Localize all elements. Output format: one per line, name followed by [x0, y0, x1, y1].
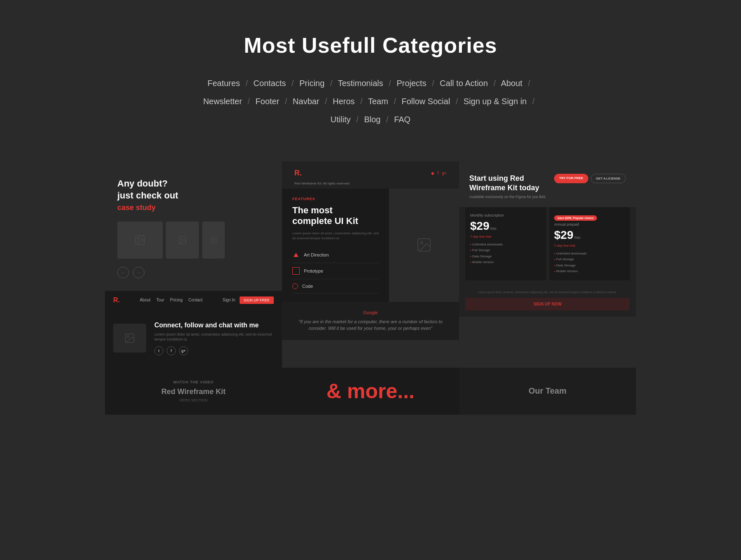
- feature-item-prototype[interactable]: Prototype: [292, 263, 379, 279]
- separator: /: [247, 97, 250, 106]
- thumbnail-tiny: [202, 222, 225, 259]
- separator: /: [291, 79, 294, 88]
- feature-mobile-a: Mobile Version: [554, 268, 625, 274]
- doubt-text: Any doubt? just check out case study: [117, 178, 270, 213]
- more-section: & more...: [282, 368, 459, 415]
- feature-label-proto: Prototype: [304, 268, 323, 273]
- separator: /: [245, 79, 248, 88]
- category-heros[interactable]: Heros: [333, 97, 354, 106]
- category-pricing[interactable]: Pricing: [299, 79, 324, 88]
- social-icon-tw[interactable]: ◆: [431, 171, 434, 175]
- twitter-btn[interactable]: t: [154, 346, 163, 355]
- features-tagline: Red Wireframe Kit. All rights reserved.: [282, 182, 459, 189]
- category-faq[interactable]: FAQ: [394, 115, 410, 124]
- separator: /: [386, 115, 389, 124]
- page-title: Most Usefull Categories: [8, 33, 733, 58]
- pricing-amount-monthly: $29 /mo: [470, 219, 541, 233]
- arrow-buttons: ← →: [117, 267, 270, 278]
- separator: /: [330, 79, 333, 88]
- separator: /: [325, 97, 327, 106]
- category-contacts[interactable]: Contacts: [254, 79, 286, 88]
- features-desc: Lorem ipsum dolor sit amet, consectetur …: [292, 231, 379, 241]
- category-about[interactable]: About: [501, 79, 522, 88]
- separator: /: [389, 79, 391, 88]
- thumbnail-large: [117, 222, 163, 259]
- cta-title: Start using Red Wireframe Kit today: [469, 174, 546, 193]
- category-navbar[interactable]: Navbar: [293, 97, 319, 106]
- nav-link-pricing[interactable]: Pricing: [170, 298, 183, 302]
- feature-data-a: Data Storage: [554, 263, 625, 268]
- feature-storage-m: Full Storage: [470, 247, 541, 253]
- navbar-preview: R. About Tour Pricing Contact Sign In SI…: [105, 292, 282, 309]
- svg-point-3: [180, 238, 182, 239]
- thumbnail-grid: [117, 222, 270, 259]
- feature-item-code[interactable]: Code: [292, 279, 379, 294]
- circle-icon: [292, 283, 298, 289]
- feature-downloads-a: Unlimited downloads: [554, 251, 625, 257]
- watch-video-label: WATCH THE VIDEO: [173, 380, 214, 384]
- feature-mobile-m: Mobile Version: [470, 259, 541, 265]
- feature-downloads-m: Unlimited downloads: [470, 242, 541, 247]
- featured-badge: Save $258. Popular choice: [554, 215, 597, 221]
- pricing-buttons: TRY FOR FREE GET A LICENSE: [554, 174, 626, 183]
- category-signup-signin[interactable]: Sign up & Sign in: [464, 97, 527, 106]
- facebook-btn[interactable]: f: [167, 346, 176, 355]
- card-right: Start using Red Wireframe Kit today Avai…: [459, 161, 636, 317]
- team-title: Our Team: [529, 386, 566, 396]
- pricing-card-annual: Save $258. Popular choice Annual prepaid…: [549, 207, 630, 281]
- features-list: FEATURES The most complete UI Kit Lorem …: [282, 189, 389, 302]
- pricing-trial-monthly: 7-day free trial: [470, 235, 541, 238]
- googleplus-btn[interactable]: g+: [179, 346, 188, 355]
- feature-data-m: Data Storage: [470, 254, 541, 259]
- separator: /: [432, 79, 434, 88]
- pricing-card-monthly: Monthly subscription $29 /mo 7-day free …: [465, 207, 546, 281]
- features-image: [389, 189, 459, 302]
- testimonial-source: Google: [294, 310, 447, 315]
- card-left-top: Any doubt? just check out case study: [105, 161, 282, 291]
- social-icon-fb[interactable]: f: [438, 171, 439, 175]
- svg-point-5: [212, 238, 213, 239]
- pricing-header: Start using Red Wireframe Kit today Avai…: [459, 161, 636, 207]
- try-free-btn[interactable]: TRY FOR FREE: [554, 174, 588, 183]
- categories-list: Features / Contacts / Pricing / Testimon…: [165, 74, 576, 128]
- case-study-link[interactable]: case study: [117, 203, 156, 212]
- pricing-title-block: Start using Red Wireframe Kit today Avai…: [469, 174, 546, 199]
- nav-link-contact[interactable]: Contact: [189, 298, 203, 302]
- get-license-btn[interactable]: GET A LICENSE: [591, 174, 626, 183]
- pricing-features-annual: Unlimited downloads Full Storage Data St…: [554, 251, 625, 275]
- nav-link-about[interactable]: About: [140, 298, 150, 302]
- separator: /: [394, 97, 396, 106]
- nav-signup-btn[interactable]: SIGN UP FREE: [240, 296, 274, 304]
- testimonial-text: "If you are in the market for a computer…: [294, 318, 447, 332]
- nav-signin[interactable]: Sign In: [222, 298, 235, 302]
- nav-logo: R.: [113, 296, 120, 304]
- arrow-right-btn[interactable]: →: [133, 267, 144, 278]
- nav-links: About Tour Pricing Contact: [140, 298, 203, 302]
- category-newsletter[interactable]: Newsletter: [203, 97, 242, 106]
- features-header: R. ◆ f g+: [282, 161, 459, 182]
- feature-item-art-direction[interactable]: Art Direction: [292, 247, 379, 263]
- category-follow-social[interactable]: Follow Social: [402, 97, 450, 106]
- category-call-to-action[interactable]: Call to Action: [440, 79, 488, 88]
- category-footer[interactable]: Footer: [256, 97, 280, 106]
- arrow-left-btn[interactable]: ←: [117, 267, 129, 278]
- social-content: Connect, follow and chat with me Lorem i…: [154, 321, 274, 355]
- social-title: Connect, follow and chat with me: [154, 321, 274, 330]
- social-icon-gp[interactable]: g+: [442, 171, 447, 175]
- nav-auth: Sign In SIGN UP FREE: [222, 296, 274, 304]
- category-team[interactable]: Team: [368, 97, 388, 106]
- signup-btn[interactable]: SIGN UP NOW: [465, 298, 630, 310]
- category-testimonials[interactable]: Testimonials: [338, 79, 383, 88]
- category-blog[interactable]: Blog: [364, 115, 380, 124]
- header-section: Most Usefull Categories Features / Conta…: [0, 0, 741, 153]
- testimonial-section: Google "If you are in the market for a c…: [282, 302, 459, 340]
- features-body: FEATURES The most complete UI Kit Lorem …: [282, 189, 459, 302]
- pricing-features-monthly: Unlimited downloads Full Storage Data St…: [470, 242, 541, 266]
- pricing-footer: Lorem ipsum dolor sit amet, consectetur …: [459, 287, 636, 317]
- features-logo: R.: [294, 169, 302, 177]
- pricing-type-annual: Annual prepaid: [554, 222, 625, 226]
- category-features[interactable]: Features: [207, 79, 240, 88]
- category-projects[interactable]: Projects: [396, 79, 426, 88]
- category-utility[interactable]: Utility: [331, 115, 351, 124]
- nav-link-tour[interactable]: Tour: [156, 298, 164, 302]
